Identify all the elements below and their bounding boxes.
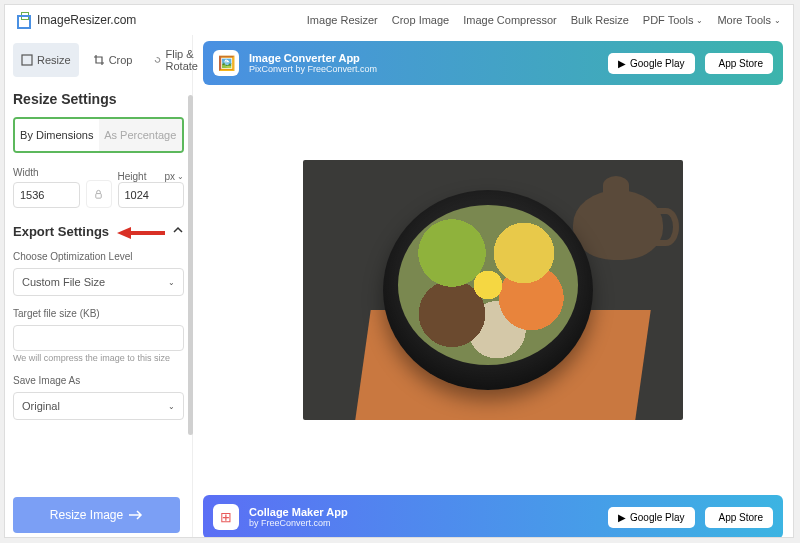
chevron-down-icon: ⌄ xyxy=(696,16,703,25)
chevron-up-icon xyxy=(172,224,184,236)
height-label: Height xyxy=(118,171,147,182)
unit-select[interactable]: px⌄ xyxy=(164,171,184,182)
resize-icon xyxy=(21,54,33,66)
tab-by-dimensions[interactable]: By Dimensions xyxy=(15,119,99,151)
nav-image-compressor[interactable]: Image Compressor xyxy=(463,14,557,26)
ad-subtitle: by FreeConvert.com xyxy=(249,518,598,528)
nav-pdf-tools[interactable]: PDF Tools⌄ xyxy=(643,14,704,26)
ad-title: Image Converter App xyxy=(249,52,598,64)
ad-app-icon: 🖼️ xyxy=(213,50,239,76)
lock-icon xyxy=(93,189,104,200)
brand-name: ImageResizer.com xyxy=(37,13,136,27)
chevron-down-icon: ⌄ xyxy=(168,278,175,287)
google-play-icon: ▶ xyxy=(618,512,626,523)
nav-more-tools[interactable]: More Tools⌄ xyxy=(717,14,781,26)
save-as-select[interactable]: Original ⌄ xyxy=(13,392,184,420)
ad-banner-bottom[interactable]: ⊞ Collage Maker App by FreeConvert.com ▶… xyxy=(203,495,783,537)
google-play-icon: ▶ xyxy=(618,58,626,69)
chevron-down-icon: ⌄ xyxy=(168,402,175,411)
topbar: ImageResizer.com Image Resizer Crop Imag… xyxy=(5,5,793,35)
nav-image-resizer[interactable]: Image Resizer xyxy=(307,14,378,26)
collapse-export-button[interactable] xyxy=(172,224,184,239)
nav-crop-image[interactable]: Crop Image xyxy=(392,14,449,26)
optimization-label: Choose Optimization Level xyxy=(13,251,184,262)
google-play-button[interactable]: ▶Google Play xyxy=(608,53,694,74)
image-preview xyxy=(303,105,683,475)
tool-flip-rotate[interactable]: Flip & Rotate xyxy=(146,43,210,77)
app-store-button[interactable]: App Store xyxy=(705,507,773,528)
arrow-right-icon xyxy=(129,510,143,520)
resize-mode-tabs: By Dimensions As Percentage xyxy=(13,117,184,153)
google-play-button[interactable]: ▶Google Play xyxy=(608,507,694,528)
ad-title: Collage Maker App xyxy=(249,506,598,518)
resize-image-button[interactable]: Resize Image xyxy=(13,497,180,533)
tool-crop[interactable]: Crop xyxy=(85,43,141,77)
target-size-input[interactable] xyxy=(13,325,184,351)
save-as-label: Save Image As xyxy=(13,375,184,386)
chevron-down-icon: ⌄ xyxy=(177,172,184,181)
sidebar-scrollbar[interactable] xyxy=(188,95,193,435)
tab-as-percentage[interactable]: As Percentage xyxy=(99,119,183,151)
logo[interactable]: ImageResizer.com xyxy=(17,12,136,28)
optimization-select[interactable]: Custom File Size ⌄ xyxy=(13,268,184,296)
height-input[interactable] xyxy=(118,182,185,208)
svg-rect-1 xyxy=(96,193,102,198)
target-size-hint: We will compress the image to this size xyxy=(13,353,184,363)
export-settings-title: Export Settings xyxy=(13,224,109,239)
chevron-down-icon: ⌄ xyxy=(774,16,781,25)
crop-icon xyxy=(93,54,105,66)
tool-tabs: Resize Crop Flip & Rotate xyxy=(13,43,184,77)
sidebar: Resize Crop Flip & Rotate Resize Setting… xyxy=(5,35,193,537)
ad-banner-top[interactable]: 🖼️ Image Converter App PixConvert by Fre… xyxy=(203,41,783,85)
width-input[interactable] xyxy=(13,182,80,208)
app-store-button[interactable]: App Store xyxy=(705,53,773,74)
width-label: Width xyxy=(13,167,80,178)
rotate-icon xyxy=(154,54,161,66)
resize-settings-title: Resize Settings xyxy=(13,91,184,107)
ad-app-icon: ⊞ xyxy=(213,504,239,530)
svg-rect-0 xyxy=(22,55,32,65)
ad-subtitle: PixConvert by FreeConvert.com xyxy=(249,64,598,74)
content-area: 🖼️ Image Converter App PixConvert by Fre… xyxy=(193,35,793,537)
preview-image[interactable] xyxy=(303,160,683,420)
tool-resize[interactable]: Resize xyxy=(13,43,79,77)
nav-bulk-resize[interactable]: Bulk Resize xyxy=(571,14,629,26)
target-size-label: Target file size (KB) xyxy=(13,308,184,319)
logo-icon xyxy=(17,12,33,28)
annotation-arrow xyxy=(117,225,167,241)
lock-aspect-button[interactable] xyxy=(86,180,112,208)
top-nav: Image Resizer Crop Image Image Compresso… xyxy=(307,14,781,26)
